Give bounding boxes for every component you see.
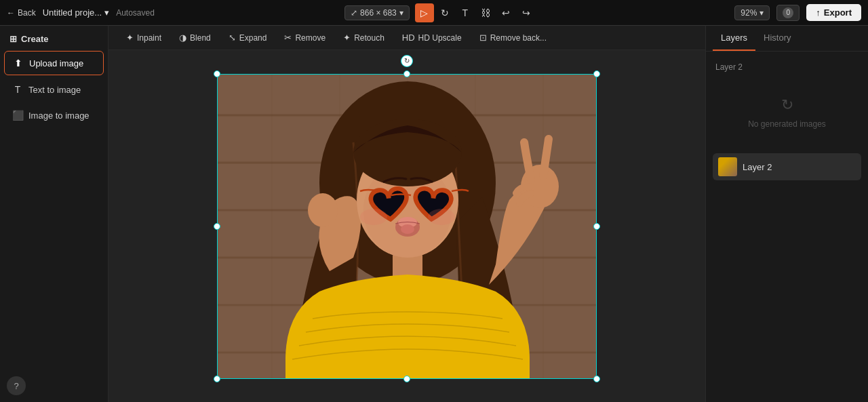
sidebar-bottom: ? <box>0 369 108 402</box>
sidebar-item-text-to-image[interactable]: T Text to image <box>4 78 104 101</box>
layer-item[interactable]: Layer 2 <box>713 153 861 180</box>
photo-svg <box>218 75 597 379</box>
remove-background-button[interactable]: ⊡ Remove back... <box>473 30 553 45</box>
export-icon: ↑ <box>816 7 821 18</box>
text-icon: T <box>12 84 23 95</box>
remove-icon: ✂ <box>284 33 292 43</box>
no-generated-label: No generated images <box>748 119 826 129</box>
help-button[interactable]: ? <box>7 376 26 395</box>
topbar-center: ⤢ 866 × 683 ▾ ▷ ↻ T ⛓ ↩ ↪ <box>161 3 719 22</box>
expand-icon: ⤡ <box>229 33 236 43</box>
handle-top-middle[interactable] <box>403 71 410 77</box>
main-content: ⊞ Create ⬆ Upload image T Text to image … <box>0 26 868 402</box>
upscale-button[interactable]: HD HD Upscale <box>395 30 469 45</box>
no-generated-icon: ↻ <box>781 96 793 114</box>
remove-button[interactable]: ✂ Remove <box>277 30 332 45</box>
zoom-value: 92% <box>741 8 757 18</box>
topbar-left: ← Back Untitled proje... ▾ Autosaved <box>7 7 155 18</box>
retouch-icon: ✦ <box>343 33 351 43</box>
chevron-down-icon: ▾ <box>760 8 764 18</box>
retouch-button[interactable]: ✦ Retouch <box>336 30 391 45</box>
back-label: Back <box>18 8 36 18</box>
refresh-tool-button[interactable]: ↻ <box>435 3 454 22</box>
right-sidebar: Layers History Layer 2 ↻ No generated im… <box>705 26 868 402</box>
handle-bottom-left[interactable] <box>214 376 220 382</box>
topbar-right: 92% ▾ 0 ↑ Export <box>726 4 861 21</box>
notif-dot: 0 <box>783 7 793 18</box>
no-generated-section: ↻ No generated images <box>713 76 861 149</box>
resize-icon: ⤢ <box>351 8 357 18</box>
rotate-handle[interactable]: ↻ <box>401 55 413 67</box>
right-sidebar-tabs: Layers History <box>706 26 868 52</box>
back-button[interactable]: ← Back <box>7 8 36 18</box>
sidebar-item-label: Image to image <box>28 110 90 121</box>
zoom-control[interactable]: 92% ▾ <box>734 5 770 20</box>
canvas-image[interactable] <box>217 74 597 379</box>
blend-icon: ◑ <box>179 33 186 43</box>
sidebar-item-label: Text to image <box>28 85 81 95</box>
upload-icon: ⬆ <box>13 58 24 68</box>
handle-top-left[interactable] <box>214 71 220 77</box>
autosaved-status: Autosaved <box>116 8 155 18</box>
text-tool-button[interactable]: T <box>456 3 475 22</box>
dimension-badge[interactable]: ⤢ 866 × 683 ▾ <box>344 5 410 20</box>
dimensions-value: 866 × 683 <box>360 8 397 18</box>
layer-thumbnail <box>718 157 737 176</box>
redo-button[interactable]: ↪ <box>517 3 536 22</box>
handle-bottom-middle[interactable] <box>403 376 410 382</box>
create-header: ⊞ Create <box>0 26 108 49</box>
sidebar-item-image-to-image[interactable]: ⬛ Image to image <box>4 104 104 127</box>
inpaint-icon: ✦ <box>126 33 134 43</box>
expand-button[interactable]: ⤡ Expand <box>222 30 274 45</box>
canvas-container[interactable]: ↻ <box>108 50 705 402</box>
sidebar-item-upload-image[interactable]: ⬆ Upload image <box>4 51 104 75</box>
canvas-image-wrapper[interactable]: ↻ <box>217 74 597 379</box>
project-name[interactable]: Untitled proje... ▾ <box>43 7 109 18</box>
blend-button[interactable]: ◑ Blend <box>172 30 218 45</box>
svg-point-16 <box>308 193 338 227</box>
handle-middle-left[interactable] <box>214 223 220 230</box>
image-icon: ⬛ <box>12 110 23 121</box>
inpaint-button[interactable]: ✦ Inpaint <box>119 30 168 45</box>
canvas-area: ✦ Inpaint ◑ Blend ⤡ Expand ✂ Remove ✦ Re… <box>108 26 705 402</box>
export-button[interactable]: ↑ Export <box>806 4 861 21</box>
handle-middle-right[interactable] <box>593 223 600 230</box>
select-tool-button[interactable]: ▷ <box>415 3 434 22</box>
link-tool-button[interactable]: ⛓ <box>476 3 495 22</box>
create-icon: ⊞ <box>9 34 17 44</box>
upscale-icon: HD <box>402 33 415 43</box>
svg-point-23 <box>360 209 387 225</box>
sidebar-item-label: Upload image <box>29 58 83 68</box>
notifications-badge[interactable]: 0 <box>776 5 800 21</box>
remove-bg-icon: ⊡ <box>479 33 487 43</box>
svg-point-22 <box>401 224 414 234</box>
toolbar-strip: ✦ Inpaint ◑ Blend ⤡ Expand ✂ Remove ✦ Re… <box>108 26 705 50</box>
tab-history[interactable]: History <box>755 26 799 51</box>
undo-button[interactable]: ↩ <box>496 3 515 22</box>
handle-bottom-right[interactable] <box>593 376 600 382</box>
chevron-down-icon: ▾ <box>104 7 109 18</box>
left-sidebar: ⊞ Create ⬆ Upload image T Text to image … <box>0 26 108 402</box>
chevron-down-icon: ▾ <box>399 8 403 18</box>
back-arrow-icon: ← <box>7 8 15 18</box>
tab-layers[interactable]: Layers <box>713 26 755 51</box>
layer-item-label: Layer 2 <box>743 162 772 172</box>
svg-point-24 <box>428 209 455 225</box>
topbar: ← Back Untitled proje... ▾ Autosaved ⤢ 8… <box>0 0 868 26</box>
tool-group: ▷ ↻ T ⛓ ↩ ↪ <box>415 3 536 22</box>
handle-top-right[interactable] <box>593 71 600 77</box>
layer-section-label: Layer 2 <box>713 58 861 76</box>
right-sidebar-content: Layer 2 ↻ No generated images Layer 2 <box>706 52 868 402</box>
